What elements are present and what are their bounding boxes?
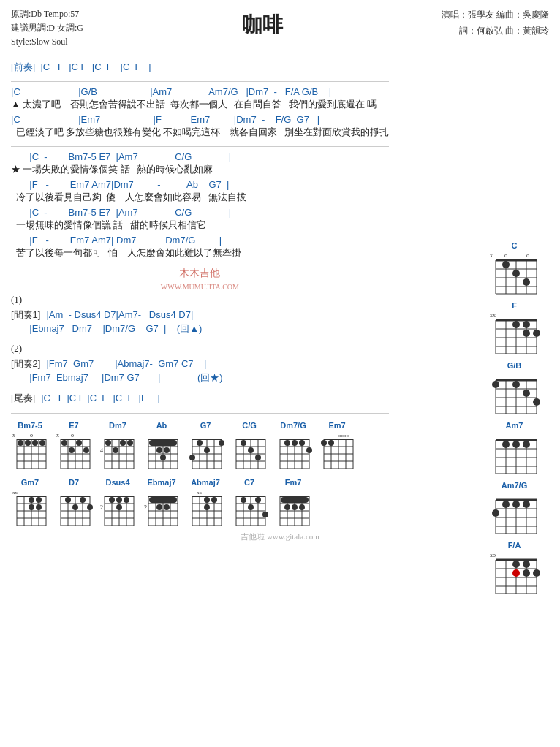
interlude1-section: (1) [間奏1] |Am - Dsus4 D7|Am7- Dsus4 D7| … [11,294,389,335]
svg-point-12 [18,440,23,446]
svg-point-86 [248,447,254,453]
header-left: 原調:Db Tempo:57 建議男調:D 女調:G Style:Slow So… [11,7,83,50]
svg-point-199 [255,497,261,503]
svg-point-29 [76,440,82,446]
credits-line1: 演唱：張學友 編曲：吳慶隆 [442,7,549,23]
svg-point-256 [492,381,499,388]
interlude2-chords-1: |Fm7 Gm7 |Abmaj7- Gm7 C7 | [46,358,206,369]
svg-point-302 [533,569,540,577]
svg-point-271 [512,441,520,448]
svg-point-156 [116,497,122,503]
chord-d7-label: D7 [69,478,79,487]
svg-point-285 [512,501,520,508]
svg-text:4: 4 [100,447,103,454]
svg-text:xo: xo [490,552,496,558]
chord-e7-svg: x o [55,431,93,471]
svg-point-73 [204,447,210,453]
svg-point-258 [523,390,530,397]
svg-text:xx: xx [197,490,203,496]
svg-point-242 [512,321,520,328]
outro-section: [尾奏] |C F |C F |C F |C F |F | [11,392,389,406]
chorus-lyric-1: ★ 一場失敗的愛情像個笑 話 熱的時候心亂如麻 [11,163,389,176]
svg-point-171 [156,504,162,510]
svg-point-87 [255,455,261,460]
chorus-chord-3: |C - Bm7-5 E7 |Am7 C/G | [11,207,389,218]
chord-dsus4: Dsus4 2 [99,478,137,528]
svg-point-141 [72,504,78,510]
verse1-chord-2: |C |Em7 |F Em7 |Dm7 - F/G G7 | [11,114,389,125]
chord-ebmaj7-svg: 2 [143,488,181,528]
chord-dsus4-svg: 2 [99,488,137,528]
right-chord-c: C x o o [480,241,549,295]
svg-point-59 [164,447,170,453]
svg-point-184 [204,497,210,503]
section-divider-2 [11,146,389,147]
chord-abmaj7-svg: xx [186,488,224,528]
svg-point-259 [533,398,540,406]
chorus-chord-4: |F - Em7 Am7| Dm7 Dm7/G | [11,235,389,246]
right-chord-f: F xx [480,301,549,355]
svg-text:o: o [526,252,529,259]
svg-point-99 [292,440,298,446]
original-key: 原調:Db Tempo:57 [11,7,83,21]
svg-text:o: o [30,432,33,439]
section-2-label: (2) [11,343,389,354]
svg-point-142 [80,497,86,503]
svg-text:oooo: oooo [338,433,349,439]
right-chord-gb-svg [488,370,541,415]
svg-rect-57 [149,440,177,446]
watermark: 木木吉他 [11,267,389,280]
svg-point-243 [523,321,530,328]
chorus-chord-1: |C - Bm7-5 E7 |Am7 C/G | [11,151,389,162]
chord-e7: E7 x o [55,421,93,471]
svg-point-272 [523,441,530,448]
interlude2-label: [間奏2] [11,357,40,371]
svg-point-284 [502,501,510,508]
svg-text:xx: xx [12,490,18,496]
svg-point-30 [69,447,75,453]
svg-text:2: 2 [100,504,103,511]
svg-point-74 [219,440,224,446]
chord-ab: Ab [143,421,181,471]
right-chord-fa-svg: xo [488,550,541,595]
chord-ab-label: Ab [156,421,167,430]
svg-point-127 [36,497,42,503]
style: Style:Slow Soul [11,35,83,49]
svg-text:o: o [504,252,507,259]
chorus-lyric-2: 冷了以後看見自己夠 傻 人怎麼會如此容易 無法自拔 [11,191,389,204]
svg-point-186 [204,504,210,510]
svg-point-200 [262,512,268,517]
svg-text:o: o [71,432,74,439]
svg-point-15 [39,440,45,446]
suggested-key: 建議男調:D 女調:G [11,21,83,35]
chord-g7-label: G7 [200,421,211,430]
header-area: 原調:Db Tempo:57 建議男調:D 女調:G Style:Slow So… [11,7,549,50]
svg-point-244 [523,330,530,337]
bottom-chord-diagrams-row2: Gm7 xx [11,478,389,528]
page-wrapper: 原調:Db Tempo:57 建議男調:D 女調:G Style:Slow So… [11,7,549,542]
chord-abmaj7: Abmaj7 xx [186,478,224,528]
section-divider-1 [11,81,389,82]
chord-em7-label: Em7 [328,421,345,430]
chord-d7-svg [55,488,93,528]
chord-dm7g: Dm7/G [274,421,312,471]
svg-point-230 [523,278,530,286]
chorus-lyric-4: 苦了以後每一句都可 怕 人怎麼會如此難以了無牽掛 [11,246,389,259]
svg-point-286 [523,501,530,508]
svg-point-143 [87,504,93,510]
chord-dm7-label: Dm7 [109,421,126,430]
svg-point-283 [492,509,499,517]
svg-point-129 [36,504,42,510]
svg-point-213 [292,504,298,510]
intro-chord-line: [前奏] |C F |C F |C F |C F | [11,61,389,74]
svg-point-71 [189,455,195,460]
svg-point-270 [502,441,510,448]
chord-ebmaj7: Ebmaj7 2 [143,478,181,528]
chord-gm7-label: Gm7 [21,478,39,487]
interlude2-chords-2: |Fm7 Ebmaj7 |Dm7 G7 | (回★) [11,371,389,384]
chord-em7-svg: oooo [318,431,356,471]
svg-point-85 [241,440,246,446]
verse1-chord-1: |C |G/B |Am7 Am7/G |Dm7 - F/A G/B | [11,86,389,97]
chord-cg-svg [230,431,268,471]
credits-line2: 詞：何啟弘 曲：黃韻玲 [442,23,549,39]
